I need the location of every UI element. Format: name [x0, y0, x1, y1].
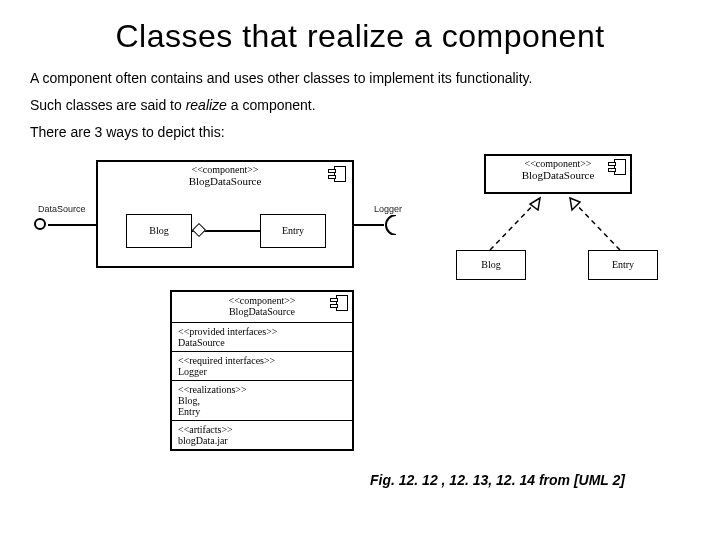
d1-class-entry-label: Entry — [282, 225, 304, 236]
d3-provided-value: DataSource — [178, 337, 346, 348]
d2-class-blog-label: Blog — [481, 259, 500, 270]
d3-required-heading: <<required interfaces>> — [178, 355, 346, 366]
description-line-3: There are 3 ways to depict this: — [30, 123, 690, 142]
d1-component-name: BlogDataSource — [98, 175, 352, 187]
d3-stereotype: <<component>> — [178, 295, 346, 306]
desc-2-pre: Such classes are said to — [30, 97, 186, 113]
d1-class-blog-label: Blog — [149, 225, 168, 236]
realization-arrow-icon — [560, 194, 630, 250]
diagram-area: DataSource <<component>> BlogDataSource … — [30, 150, 690, 540]
required-interface-icon — [382, 215, 398, 235]
d3-provided-heading: <<provided interfaces>> — [178, 326, 346, 337]
provided-interface-icon — [34, 218, 46, 230]
component-icon — [328, 166, 346, 184]
d3-realizations-value-1: Blog, — [178, 395, 346, 406]
d3-component-name: BlogDataSource — [178, 306, 346, 317]
d2-class-entry-label: Entry — [612, 259, 634, 270]
d2-class-entry: Entry — [588, 250, 658, 280]
desc-2-post: a component. — [227, 97, 316, 113]
figure-caption: Fig. 12. 12 , 12. 13, 12. 14 from [UML 2… — [370, 472, 625, 488]
d1-class-entry: Entry — [260, 214, 326, 248]
description-line-1: A component often contains and uses othe… — [30, 69, 690, 88]
svg-line-2 — [570, 198, 620, 250]
d2-component-box: <<component>> BlogDataSource — [484, 154, 632, 194]
provided-interface-label: DataSource — [38, 204, 86, 214]
required-interface-label: Logger — [374, 204, 402, 214]
d1-class-blog: Blog — [126, 214, 192, 248]
d3-artifacts-value: blogData.jar — [178, 435, 346, 446]
svg-marker-3 — [570, 198, 580, 210]
d2-class-blog: Blog — [456, 250, 526, 280]
page-title: Classes that realize a component — [30, 18, 690, 55]
d1-component-box: <<component>> BlogDataSource Blog Entry — [96, 160, 354, 268]
d3-artifacts-heading: <<artifacts>> — [178, 424, 346, 435]
realization-arrow-icon — [490, 194, 560, 250]
desc-2-em: realize — [186, 97, 227, 113]
d3-realizations-value-2: Entry — [178, 406, 346, 417]
connector-line — [354, 224, 384, 226]
d3-realizations-heading: <<realizations>> — [178, 384, 346, 395]
d1-stereotype: <<component>> — [98, 164, 352, 175]
connector-line — [48, 224, 96, 226]
description-line-2: Such classes are said to realize a compo… — [30, 96, 690, 115]
aggregation-diamond-icon — [192, 223, 206, 237]
svg-marker-1 — [530, 198, 540, 210]
component-icon — [608, 159, 626, 177]
d3-component-box: <<component>> BlogDataSource <<provided … — [170, 290, 354, 451]
component-icon — [330, 295, 348, 313]
d3-required-value: Logger — [178, 366, 346, 377]
